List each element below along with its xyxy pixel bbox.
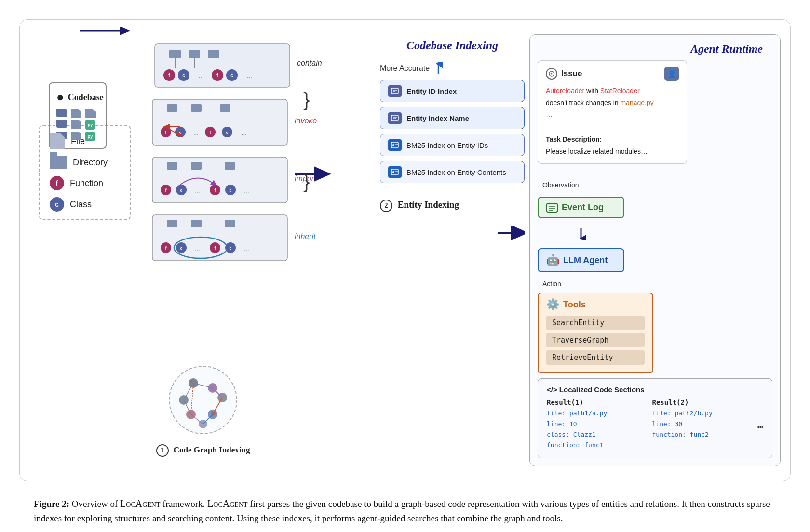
tools-header-label: Tools bbox=[563, 300, 586, 310]
layers-svg: f c ... f c ... contain bbox=[140, 34, 375, 323]
more-results-dots: … bbox=[757, 419, 763, 430]
svg-text:c: c bbox=[229, 246, 231, 251]
svg-text:f: f bbox=[215, 246, 216, 251]
svg-rect-86 bbox=[392, 88, 398, 94]
svg-text:c: c bbox=[182, 73, 185, 78]
svg-text:c: c bbox=[226, 130, 228, 135]
svg-rect-103 bbox=[547, 203, 557, 212]
code-graph-section: 1 Code Graph Indexing bbox=[155, 361, 251, 457]
class-icon: c bbox=[50, 197, 64, 212]
svg-text:...: ... bbox=[244, 245, 249, 253]
svg-text:...: ... bbox=[242, 129, 247, 136]
svg-text:...: ... bbox=[195, 187, 200, 195]
statreloader-text: StatReloader bbox=[600, 87, 640, 94]
event-to-llm-arrow bbox=[538, 226, 624, 240]
svg-line-27 bbox=[166, 127, 180, 135]
tools-header: ⚙️ Tools bbox=[546, 298, 645, 311]
agent-right-panel: Observation Event Log bbox=[538, 181, 624, 288]
result1-line4: function: func1 bbox=[547, 440, 637, 451]
svg-text:contain: contain bbox=[297, 59, 322, 67]
managepy-text: manage.py bbox=[620, 99, 653, 106]
svg-rect-36 bbox=[167, 162, 177, 170]
agent-title: Agent Runtime bbox=[538, 42, 763, 55]
code-graph-label: 1 Code Graph Indexing bbox=[155, 444, 251, 457]
issue-line2: doesn't track changes in bbox=[546, 99, 620, 106]
issue-header-text: Issue bbox=[561, 69, 582, 79]
tools-box: ⚙️ Tools SearchEntity TraverseGraph Retr… bbox=[538, 293, 653, 373]
cb-file-1 bbox=[71, 109, 81, 118]
svg-text:f: f bbox=[165, 246, 167, 251]
code-result-2: Result(2) file: path2/b.py line: 30 func… bbox=[652, 399, 742, 451]
svg-point-58 bbox=[174, 237, 227, 258]
svg-text:f: f bbox=[210, 130, 212, 135]
svg-text:...: ... bbox=[198, 71, 204, 79]
result1-line3: class: Clazz1 bbox=[547, 429, 637, 440]
tool-item-0: SearchEntity bbox=[546, 316, 645, 330]
action-label: Action bbox=[542, 280, 624, 288]
robot-icon: 🤖 bbox=[546, 254, 559, 266]
task-label: Task Description: bbox=[546, 135, 602, 143]
svg-point-24 bbox=[175, 127, 186, 137]
person-icon: 👤 bbox=[664, 66, 679, 81]
svg-point-43 bbox=[210, 185, 220, 195]
indexing-title: Codebase Indexing bbox=[380, 39, 525, 52]
svg-text:...: ... bbox=[195, 245, 200, 253]
svg-text:f: f bbox=[216, 73, 218, 78]
cb-py-1: py bbox=[85, 120, 95, 130]
index-card-3: BM25 Index on Entity Contents bbox=[380, 161, 525, 183]
cb-file-2 bbox=[85, 109, 96, 118]
legend-func-label: Function bbox=[70, 178, 103, 188]
legend-dir-label: Directory bbox=[73, 158, 108, 168]
svg-text:c: c bbox=[230, 73, 233, 78]
issue-content: Autoreloader with StatReloader doesn't t… bbox=[546, 85, 679, 158]
diagram-area: ● Codebase py py bbox=[19, 19, 791, 481]
result2-line3: function: func2 bbox=[652, 429, 742, 440]
svg-text:invoke: invoke bbox=[295, 117, 317, 125]
svg-rect-53 bbox=[225, 220, 235, 227]
svg-point-54 bbox=[161, 242, 171, 253]
svg-text:f: f bbox=[165, 188, 167, 193]
svg-rect-50 bbox=[152, 215, 287, 261]
code-result-1: Result(1) file: path1/a.py line: 10 clas… bbox=[547, 399, 637, 451]
tool-label-0: SearchEntity bbox=[552, 319, 604, 327]
svg-text:c: c bbox=[180, 188, 182, 193]
svg-rect-89 bbox=[392, 115, 398, 121]
result2-line2: line: 30 bbox=[652, 419, 742, 429]
svg-text:c: c bbox=[180, 246, 182, 251]
graph-section: f c ... f c ... contain bbox=[140, 34, 375, 466]
task-text: Please localize related modules… bbox=[546, 147, 648, 155]
index-icon-0 bbox=[388, 85, 402, 97]
svg-point-56 bbox=[176, 242, 187, 253]
legend-item-func: f Function bbox=[50, 176, 120, 190]
event-log-icon bbox=[546, 203, 558, 213]
cb-dir-1 bbox=[56, 109, 67, 117]
issue-box: Issue 👤 Autoreloader with StatReloader d… bbox=[538, 60, 687, 164]
code-graph-number: 1 bbox=[156, 444, 169, 457]
svg-text:}: } bbox=[303, 89, 310, 110]
index-card-label-1: Entity Index Name bbox=[406, 114, 469, 122]
figure-label: Figure 2: bbox=[34, 499, 69, 509]
svg-text:import: import bbox=[295, 174, 316, 183]
code-graph-text: Code Graph Indexing bbox=[174, 445, 250, 454]
more-accurate-row: More Accurate bbox=[380, 62, 525, 75]
cb-file-4 bbox=[71, 132, 81, 140]
indexing-section: Codebase Indexing More Accurate bbox=[375, 34, 529, 466]
svg-text:f: f bbox=[168, 73, 170, 78]
code-sections-box: </> Localized Code Sections Result(1) fi… bbox=[538, 378, 772, 458]
svg-point-12 bbox=[212, 69, 223, 81]
svg-text:inherit: inherit bbox=[295, 232, 316, 240]
svg-point-41 bbox=[176, 185, 187, 195]
svg-rect-37 bbox=[191, 162, 202, 170]
issue-with-text: with bbox=[586, 87, 600, 94]
index-card-2: BM25 Index on Entity IDs bbox=[380, 134, 525, 156]
svg-rect-20 bbox=[191, 104, 202, 112]
llm-agent-label: LLM Agent bbox=[563, 255, 608, 266]
dir-icon bbox=[50, 156, 67, 169]
svg-point-93 bbox=[392, 144, 394, 146]
svg-text:f: f bbox=[215, 188, 216, 193]
result1-title: Result(1) bbox=[547, 399, 637, 406]
legend-item-class: c Class bbox=[50, 197, 120, 212]
index-icon-2 bbox=[388, 139, 402, 151]
locagent-smallcaps-2: LocAgent bbox=[207, 498, 247, 509]
result2-title: Result(2) bbox=[652, 399, 742, 406]
